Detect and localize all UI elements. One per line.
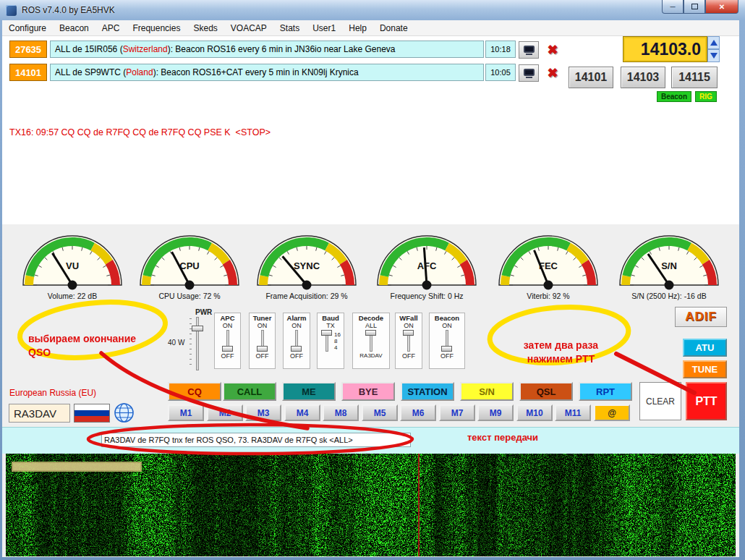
title-bar[interactable]: ROS v7.4.0 by EA5HVK (0, 0, 745, 20)
waterfall-display[interactable] (6, 454, 736, 556)
gauge-fec: FEC Viterbi: 92 % (490, 227, 606, 302)
beacon-country: Switzerland (123, 44, 168, 54)
alarm-on-label: ON (291, 322, 302, 329)
arrow-up-icon (710, 40, 718, 46)
bye-button[interactable]: BYE (341, 382, 395, 401)
preset-14103-button[interactable]: 14103 (621, 67, 665, 88)
m9-button[interactable]: M9 (477, 404, 514, 421)
maximize-icon (691, 4, 698, 9)
close-button[interactable]: ✕ (705, 0, 738, 14)
m5-button[interactable]: M5 (362, 404, 398, 421)
gauge-sn: S/N S/N (2500 Hz): -16 dB (611, 227, 727, 302)
frequency-spinner (707, 36, 720, 62)
station-button[interactable]: STATION (401, 382, 454, 401)
wfall-switch[interactable] (402, 330, 415, 352)
region-label: European Russia (EU) (9, 388, 96, 398)
terminal-icon-base (526, 77, 532, 78)
beacon-freq-badge[interactable]: 27635 (9, 41, 47, 58)
gauge-vu: VU Volume: 22 dB (14, 227, 130, 302)
menu-frequencies[interactable]: Frequencies (126, 21, 187, 35)
qsl-button[interactable]: QSL (519, 382, 573, 401)
beacon-delete-button[interactable]: ✖ (543, 64, 562, 82)
m7-button[interactable]: M7 (439, 404, 475, 421)
decode-switch[interactable] (365, 330, 378, 352)
maximize-button[interactable] (684, 0, 705, 14)
gauge-label: SYNC (249, 260, 365, 271)
gauge-sync: SYNC Frame Acquisition: 29 % (249, 227, 365, 302)
apc-title: APC (220, 314, 234, 322)
beacon-message-prefix: ALL de SP9WTC ( (55, 67, 126, 77)
tuner-off-label: OFF (256, 352, 269, 360)
beacon-freq-badge[interactable]: 14101 (9, 64, 47, 81)
menu-voacap[interactable]: VOACAP (224, 21, 273, 35)
at-button[interactable]: @ (594, 404, 630, 421)
callsign-field[interactable]: RA3DAV (9, 404, 70, 423)
beacon-delete-button[interactable]: ✖ (543, 41, 562, 59)
beacon-monitor-button[interactable] (519, 41, 539, 59)
m10-button[interactable]: M10 (516, 404, 553, 421)
beacon-switch[interactable] (440, 330, 454, 352)
gauge-caption: CPU Usage: 72 % (132, 292, 247, 300)
tx-message-input[interactable] (101, 433, 411, 447)
beacon-time: 10:18 (485, 41, 516, 58)
me-button[interactable]: ME (282, 382, 336, 401)
tuner-switch[interactable] (256, 330, 269, 352)
menu-user1[interactable]: User1 (306, 21, 342, 35)
m11-button[interactable]: M11 (555, 404, 591, 421)
pwr-slider[interactable] (190, 317, 205, 370)
spin-down-button[interactable] (707, 49, 720, 62)
atu-button[interactable]: ATU (683, 339, 727, 357)
pwr-value: 40 W (168, 339, 184, 347)
clear-button[interactable]: CLEAR (639, 382, 681, 420)
rpt-button[interactable]: RPT (579, 382, 632, 401)
adif-button[interactable]: ADIF (675, 307, 727, 327)
globe-icon[interactable] (114, 402, 135, 423)
m3-button[interactable]: M3 (245, 404, 281, 421)
beacon-monitor-button[interactable] (519, 64, 539, 82)
menu-stats[interactable]: Stats (273, 21, 306, 35)
wfall-off-label: OFF (402, 352, 415, 360)
preset-14101-button[interactable]: 14101 (569, 67, 613, 88)
gauge-dial (14, 227, 130, 291)
cq-button[interactable]: CQ (168, 382, 221, 401)
gauge-label: AFC (369, 260, 485, 271)
m8-button[interactable]: M8 (323, 404, 359, 421)
beacon-message[interactable]: ALL de SP9WTC (Poland): Beacon ROS16+CAT… (50, 64, 484, 81)
frequency-display[interactable]: 14103.0 (623, 36, 707, 62)
apc-switch[interactable] (221, 330, 234, 352)
call-button[interactable]: CALL (223, 382, 276, 401)
gauge-cpu: CPU CPU Usage: 72 % (132, 227, 247, 302)
menu-configure[interactable]: Configure (2, 21, 53, 35)
m2-button[interactable]: M2 (207, 404, 243, 421)
preset-14115-button[interactable]: 14115 (671, 67, 718, 88)
m6-button[interactable]: M6 (400, 404, 436, 421)
menu-skeds[interactable]: Skeds (187, 21, 224, 35)
m4-button[interactable]: M4 (284, 404, 320, 421)
menu-help[interactable]: Help (342, 21, 373, 35)
menu-donate[interactable]: Donate (373, 21, 414, 35)
decode-toggle-group: Decode ALL RA3DAV (352, 313, 390, 369)
slider-thumb[interactable] (192, 326, 203, 331)
beacon-message-suffix: ): Beacon ROS16 every 6 min in JN36io ne… (168, 44, 396, 54)
menu-beacon[interactable]: Beacon (53, 21, 95, 35)
ptt-button[interactable]: PTT (686, 382, 727, 420)
tx-strip: текст передачи (2, 427, 739, 454)
gauge-afc: AFC Frequency Shift: 0 Hz (369, 227, 485, 302)
sn-button[interactable]: S/N (460, 382, 514, 401)
baud-tx-label: TX (326, 322, 335, 329)
beacon-title: Beacon (435, 314, 459, 322)
gauge-dial (369, 227, 485, 291)
m1-button[interactable]: M1 (168, 404, 204, 421)
terminal-icon (524, 46, 535, 53)
gauge-dial (490, 227, 606, 291)
beacon-message[interactable]: ALL de 15IR056 (Switzerland): Beacon ROS… (50, 41, 484, 58)
tune-button[interactable]: TUNE (683, 360, 727, 378)
menu-apc[interactable]: APC (95, 21, 127, 35)
decode-callsign-label: RA3DAV (359, 352, 382, 359)
rig-status-label: RIG (695, 91, 717, 102)
spin-up-button[interactable] (707, 36, 720, 49)
baud-switch[interactable] (320, 330, 333, 352)
gauge-dial (611, 227, 727, 291)
alarm-switch[interactable] (290, 330, 303, 352)
minimize-button[interactable]: ─ (662, 0, 684, 14)
